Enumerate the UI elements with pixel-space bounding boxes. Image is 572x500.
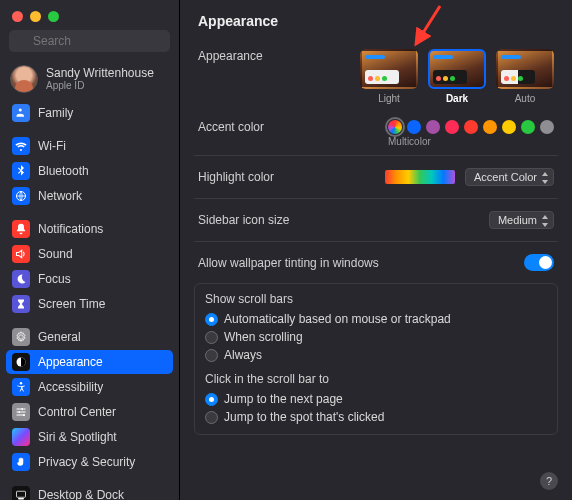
sidebar-item-network[interactable]: Network bbox=[6, 184, 173, 208]
hand-icon bbox=[12, 453, 30, 471]
sidebar-item-bluetooth[interactable]: Bluetooth bbox=[6, 159, 173, 183]
network-icon bbox=[12, 187, 30, 205]
highlight-popup[interactable]: Accent Color bbox=[465, 168, 554, 186]
sidebar-item-appearance[interactable]: Appearance bbox=[6, 350, 173, 374]
swatch-red[interactable] bbox=[464, 120, 478, 134]
option-label: Light bbox=[360, 93, 418, 104]
moon-icon bbox=[12, 270, 30, 288]
appearance-option-auto[interactable]: Auto bbox=[496, 49, 554, 104]
swatch-yellow[interactable] bbox=[502, 120, 516, 134]
sidebar-item-accessibility[interactable]: Accessibility bbox=[6, 375, 173, 399]
sidebar-icon-popup[interactable]: Medium bbox=[489, 211, 554, 229]
scrollbars-opt-always[interactable]: Always bbox=[205, 346, 547, 364]
hourglass-icon bbox=[12, 295, 30, 313]
chevrons-icon bbox=[540, 172, 550, 184]
option-label: Auto bbox=[496, 93, 554, 104]
radio-label: Jump to the next page bbox=[224, 392, 343, 406]
sidebar-item-focus[interactable]: Focus bbox=[6, 267, 173, 291]
sidebar-item-label: Control Center bbox=[38, 405, 116, 419]
radio-icon bbox=[205, 393, 218, 406]
scrollclick-opt-next[interactable]: Jump to the next page bbox=[205, 390, 547, 408]
highlight-preview bbox=[385, 170, 455, 184]
multicolor-label: Multicolor bbox=[388, 136, 554, 147]
sidebar: Sandy Writtenhouse Apple ID Family Wi-Fi… bbox=[0, 0, 180, 500]
scrollbars-title: Show scroll bars bbox=[205, 292, 547, 306]
sidebar-item-label: Wi-Fi bbox=[38, 139, 66, 153]
swatch-graphite[interactable] bbox=[540, 120, 554, 134]
sidebar-item-privacy[interactable]: Privacy & Security bbox=[6, 450, 173, 474]
svg-point-3 bbox=[21, 408, 23, 410]
sidebar-nav: Family Wi-Fi Bluetooth Network Notificat… bbox=[0, 101, 179, 500]
speaker-icon bbox=[12, 245, 30, 263]
search-field[interactable] bbox=[9, 30, 170, 52]
accent-swatches bbox=[388, 120, 554, 134]
radio-label: Jump to the spot that's clicked bbox=[224, 410, 384, 424]
minimize-window-button[interactable] bbox=[30, 11, 41, 22]
swatch-purple[interactable] bbox=[426, 120, 440, 134]
scrollclick-title: Click in the scroll bar to bbox=[205, 372, 547, 386]
sidebar-item-general[interactable]: General bbox=[6, 325, 173, 349]
tinting-switch[interactable] bbox=[524, 254, 554, 271]
sidebar-item-label: General bbox=[38, 330, 81, 344]
search-input[interactable] bbox=[9, 30, 170, 52]
sidebar-item-wifi[interactable]: Wi-Fi bbox=[6, 134, 173, 158]
window-controls bbox=[0, 0, 179, 30]
sidebar-item-family[interactable]: Family bbox=[6, 101, 173, 125]
sidebar-item-label: Siri & Spotlight bbox=[38, 430, 117, 444]
sidebar-item-label: Desktop & Dock bbox=[38, 488, 124, 500]
sidebar-item-control-center[interactable]: Control Center bbox=[6, 400, 173, 424]
appearance-icon bbox=[12, 353, 30, 371]
apple-id-row[interactable]: Sandy Writtenhouse Apple ID bbox=[0, 61, 179, 101]
sidebar-item-label: Sound bbox=[38, 247, 73, 261]
radio-icon bbox=[205, 411, 218, 424]
appearance-label: Appearance bbox=[198, 49, 298, 63]
sidebar-item-label: Bluetooth bbox=[38, 164, 89, 178]
svg-rect-7 bbox=[18, 498, 24, 500]
close-window-button[interactable] bbox=[12, 11, 23, 22]
scroll-group: Show scroll bars Automatically based on … bbox=[194, 283, 558, 435]
sidebar-item-screen-time[interactable]: Screen Time bbox=[6, 292, 173, 316]
sidebar-item-label: Appearance bbox=[38, 355, 103, 369]
wifi-icon bbox=[12, 137, 30, 155]
radio-label: Automatically based on mouse or trackpad bbox=[224, 312, 451, 326]
chevrons-icon bbox=[540, 215, 550, 227]
appearance-option-light[interactable]: Light bbox=[360, 49, 418, 104]
help-button[interactable]: ? bbox=[540, 472, 558, 490]
swatch-pink[interactable] bbox=[445, 120, 459, 134]
swatch-blue[interactable] bbox=[407, 120, 421, 134]
sidebar-item-desktop-dock[interactable]: Desktop & Dock bbox=[6, 483, 173, 500]
radio-icon bbox=[205, 313, 218, 326]
radio-label: When scrolling bbox=[224, 330, 303, 344]
swatch-multicolor[interactable] bbox=[388, 120, 402, 134]
sidebar-item-label: Network bbox=[38, 189, 82, 203]
sidebar-item-label: Family bbox=[38, 106, 73, 120]
svg-point-2 bbox=[20, 382, 22, 384]
sidebar-item-label: Notifications bbox=[38, 222, 103, 236]
user-name: Sandy Writtenhouse bbox=[46, 67, 154, 80]
gear-icon bbox=[12, 328, 30, 346]
swatch-green[interactable] bbox=[521, 120, 535, 134]
sidebar-item-notifications[interactable]: Notifications bbox=[6, 217, 173, 241]
dock-icon bbox=[12, 486, 30, 500]
page-title: Appearance bbox=[180, 0, 572, 43]
radio-icon bbox=[205, 349, 218, 362]
radio-label: Always bbox=[224, 348, 262, 362]
accent-label: Accent color bbox=[198, 120, 298, 134]
zoom-window-button[interactable] bbox=[48, 11, 59, 22]
sidebar-item-siri[interactable]: Siri & Spotlight bbox=[6, 425, 173, 449]
sidebar-item-label: Focus bbox=[38, 272, 71, 286]
sidebar-item-label: Screen Time bbox=[38, 297, 105, 311]
svg-point-5 bbox=[23, 414, 25, 416]
tinting-label: Allow wallpaper tinting in windows bbox=[198, 256, 379, 270]
scrollclick-opt-spot[interactable]: Jump to the spot that's clicked bbox=[205, 408, 547, 426]
svg-rect-6 bbox=[17, 491, 26, 497]
swatch-orange[interactable] bbox=[483, 120, 497, 134]
scrollbars-opt-auto[interactable]: Automatically based on mouse or trackpad bbox=[205, 310, 547, 328]
appearance-option-dark[interactable]: Dark bbox=[428, 49, 486, 104]
sidebar-item-sound[interactable]: Sound bbox=[6, 242, 173, 266]
avatar bbox=[10, 65, 38, 93]
scrollbars-opt-scrolling[interactable]: When scrolling bbox=[205, 328, 547, 346]
bell-icon bbox=[12, 220, 30, 238]
sidebar-item-label: Privacy & Security bbox=[38, 455, 135, 469]
user-sub: Apple ID bbox=[46, 80, 154, 91]
